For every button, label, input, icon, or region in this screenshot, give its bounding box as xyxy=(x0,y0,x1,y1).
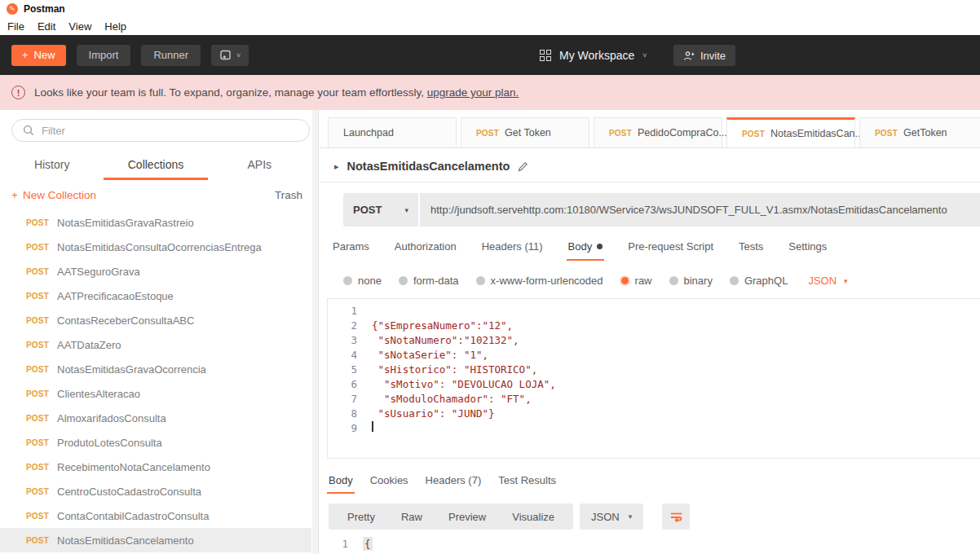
editor-line: 3 "sNotaNumero":"102132", xyxy=(328,333,980,348)
wrap-text-icon xyxy=(669,511,683,523)
new-button[interactable]: + New xyxy=(11,45,66,66)
tab-label: Headers (7) xyxy=(426,474,482,486)
tab-cookies[interactable]: Cookies xyxy=(369,474,410,494)
list-item[interactable]: POSTNotasEmitidasGravaOcorrencia xyxy=(0,357,311,381)
tab-label: Body xyxy=(329,474,353,486)
tab-history[interactable]: History xyxy=(0,151,104,180)
view-visualize[interactable]: Visualize xyxy=(499,511,567,523)
tab-tests[interactable]: Tests xyxy=(737,240,765,261)
tab-settings[interactable]: Settings xyxy=(787,240,828,261)
list-item[interactable]: POSTContaContabilCadastroConsulta xyxy=(0,503,311,528)
list-item[interactable]: POSTClientesAlteracao xyxy=(0,381,311,406)
filter-input[interactable] xyxy=(42,125,270,137)
request-list: POSTNotasEmitidasGravaRastreio POSTNotas… xyxy=(0,210,311,552)
method-badge: POST xyxy=(26,438,57,447)
banner-text: Looks like your team is full. To expand,… xyxy=(34,86,424,99)
wrap-text-button[interactable] xyxy=(662,503,690,530)
tab-launchpad[interactable]: Launchpad xyxy=(328,117,457,147)
editor-line: 4 "sNotaSerie": "1", xyxy=(328,348,980,363)
list-item[interactable]: POSTAATDataZero xyxy=(0,332,311,357)
radio-icon xyxy=(399,276,408,285)
chevron-down-icon: ˅ xyxy=(236,51,241,59)
list-item[interactable]: POSTProdutoLotesConsulta xyxy=(0,430,311,455)
mode-form-data[interactable]: form-data xyxy=(399,275,459,287)
mode-none[interactable]: none xyxy=(343,275,382,287)
response-format-select[interactable]: JSON ▾ xyxy=(580,503,643,530)
upgrade-plan-link[interactable]: upgrade your plan. xyxy=(427,86,519,99)
tab-test-results[interactable]: Test Results xyxy=(497,474,558,494)
tab-label: Headers (11) xyxy=(482,240,543,253)
mode-binary[interactable]: binary xyxy=(669,275,713,287)
url-input[interactable]: http://jundsoft.servehttp.com:10180/WSer… xyxy=(420,193,980,226)
method-badge: POST xyxy=(609,129,632,138)
tab-apis[interactable]: APIs xyxy=(208,151,311,180)
new-collection-button[interactable]: + New Collection xyxy=(11,189,96,201)
tab-body[interactable]: Body xyxy=(567,240,605,261)
view-pretty[interactable]: Pretty xyxy=(334,511,388,523)
edit-pencil-icon[interactable] xyxy=(518,161,528,172)
tab-gettoken[interactable]: POST GetToken xyxy=(859,117,980,147)
list-item[interactable]: POSTRecebimentoNotaCancelamento xyxy=(0,455,311,479)
postman-app-window: ✎ Postman File Edit View Help + New Impo… xyxy=(0,0,980,554)
tab-collections[interactable]: Collections xyxy=(104,151,207,180)
import-button[interactable]: Import xyxy=(77,45,131,66)
sidebar-scrollbar[interactable] xyxy=(312,110,318,554)
list-item[interactable]: POSTContasReceberConsultaABC xyxy=(0,308,311,332)
tab-prerequest-script[interactable]: Pre-request Script xyxy=(626,240,715,261)
list-item[interactable]: POSTCentroCustoCadastroConsulta xyxy=(0,479,311,503)
plus-icon: + xyxy=(11,189,18,201)
menu-edit[interactable]: Edit xyxy=(38,20,55,33)
body-editor[interactable]: 1 2{"sEmpresaNumero":"12", 3 "sNotaNumer… xyxy=(327,298,980,459)
tab-label: Test Results xyxy=(498,474,556,486)
method-badge: POST xyxy=(26,487,57,496)
tab-response-body[interactable]: Body xyxy=(327,474,355,494)
list-item[interactable]: POSTAATPrecificacaoEstoque xyxy=(0,284,311,308)
menu-help[interactable]: Help xyxy=(104,20,126,33)
workspace-switcher[interactable]: My Workspace ˅ xyxy=(540,35,647,75)
tab-get-token[interactable]: POST Get Token xyxy=(461,117,589,147)
radio-selected-icon xyxy=(621,277,629,284)
url-row: POST ▾ http://jundsoft.servehttp.com:101… xyxy=(343,193,980,226)
disclosure-triangle-icon[interactable]: ▸ xyxy=(334,161,339,172)
list-item[interactable]: POSTAlmoxarifadosConsulta xyxy=(0,406,311,430)
sidebar: History Collections APIs + New Collectio… xyxy=(0,110,319,554)
chevron-down-icon: ▾ xyxy=(404,206,408,214)
new-window-button[interactable]: ˅ xyxy=(211,45,249,66)
list-item[interactable]: POSTNotasEmitidasGravaRastreio xyxy=(0,210,311,235)
list-item[interactable]: POSTAATSeguroGrava xyxy=(0,259,311,284)
view-preview[interactable]: Preview xyxy=(435,511,499,523)
method-badge: POST xyxy=(476,129,499,138)
mode-urlencoded[interactable]: x-www-form-urlencoded xyxy=(476,275,603,287)
raw-type-select[interactable]: JSON ▾ xyxy=(808,275,847,287)
list-item-selected[interactable]: POSTNotasEmitidasCancelamento xyxy=(0,528,311,552)
menu-file[interactable]: File xyxy=(7,20,24,33)
invite-button[interactable]: Invite xyxy=(673,45,735,66)
request-name: RecebimentoNotaCancelamento xyxy=(57,461,210,473)
invite-button-label: Invite xyxy=(700,50,726,62)
tab-label: Params xyxy=(333,240,369,253)
editor-line: 2{"sEmpresaNumero":"12", xyxy=(328,319,980,333)
tab-pedidocompra[interactable]: POST PedidoCompraCo... xyxy=(594,117,722,147)
tab-authorization[interactable]: Authorization xyxy=(393,240,458,261)
view-raw[interactable]: Raw xyxy=(388,511,435,523)
list-item[interactable]: POSTNotasEmitidasConsultaOcorrenciasEntr… xyxy=(0,235,311,259)
mode-label: binary xyxy=(684,275,713,287)
runner-button[interactable]: Runner xyxy=(141,45,201,66)
tab-params[interactable]: Params xyxy=(331,240,371,261)
mode-graphql[interactable]: GraphQL xyxy=(730,275,788,287)
line-code: "sModuloChamador": "FT", xyxy=(372,392,532,407)
tab-response-headers[interactable]: Headers (7) xyxy=(424,474,483,494)
plus-icon: + xyxy=(22,49,29,61)
method-badge: POST xyxy=(26,389,57,398)
editor-line: 5 "sHistorico": "HISTORICO", xyxy=(328,363,980,377)
trash-button[interactable]: Trash xyxy=(275,189,302,201)
mode-raw[interactable]: raw xyxy=(620,275,652,287)
tab-headers[interactable]: Headers (11) xyxy=(480,240,545,261)
menu-view[interactable]: View xyxy=(68,20,91,33)
tab-notasemitidas-active[interactable]: POST NotasEmitidasCan... xyxy=(726,117,855,147)
filter-box[interactable] xyxy=(11,119,310,142)
editor-line: 6 "sMotivo": "DEVOLUCAO LOJA", xyxy=(328,377,980,392)
workspace-grid-icon xyxy=(540,50,551,61)
runner-button-label: Runner xyxy=(153,49,188,61)
method-select[interactable]: POST ▾ xyxy=(343,193,418,226)
